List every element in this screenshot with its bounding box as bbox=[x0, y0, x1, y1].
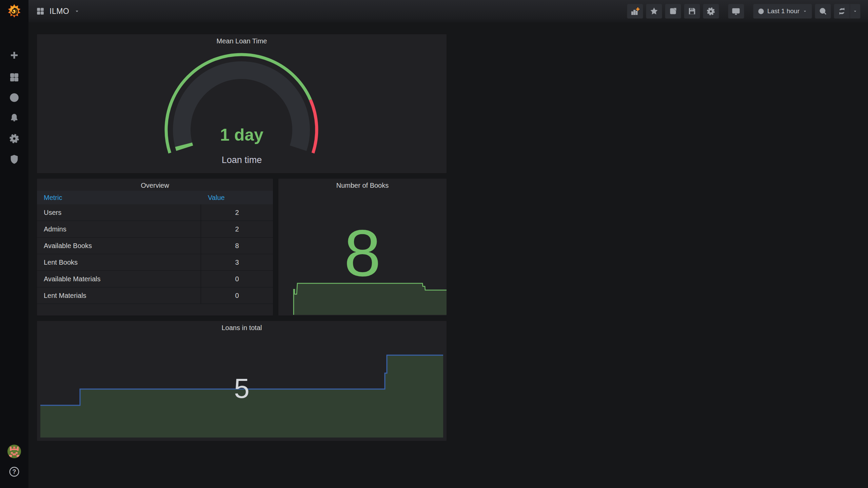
refresh-interval-dropdown[interactable] bbox=[850, 4, 860, 18]
sidebar-item-alerting[interactable] bbox=[0, 112, 28, 124]
sidebar-item-server-admin[interactable] bbox=[0, 153, 28, 165]
chevron-down-icon[interactable] bbox=[74, 8, 80, 14]
chevron-down-icon bbox=[852, 8, 858, 14]
monitor-icon bbox=[731, 7, 741, 16]
cell-metric: Lent Books bbox=[44, 254, 78, 270]
help-glyph: ? bbox=[13, 468, 16, 475]
column-header-value[interactable]: Value bbox=[208, 191, 225, 204]
user-avatar[interactable] bbox=[0, 444, 28, 459]
cell-metric: Lent Materials bbox=[44, 287, 86, 304]
help-button[interactable]: ? bbox=[0, 465, 28, 479]
refresh-button-group bbox=[834, 4, 861, 19]
table-row: Lent Books 3 bbox=[37, 254, 273, 271]
zoom-out-icon bbox=[818, 7, 828, 16]
sidebar-item-configuration[interactable] bbox=[0, 133, 28, 145]
cell-value: 8 bbox=[201, 238, 273, 254]
share-button[interactable] bbox=[665, 4, 681, 19]
table-header: Metric Value bbox=[37, 191, 273, 204]
gauge-chart bbox=[37, 34, 447, 174]
cell-value: 0 bbox=[201, 287, 273, 304]
add-panel-button[interactable] bbox=[627, 4, 643, 19]
refresh-icon bbox=[837, 7, 846, 16]
cell-metric: Available Materials bbox=[44, 271, 101, 287]
star-icon bbox=[650, 7, 658, 16]
table-row: Available Books 8 bbox=[37, 238, 273, 254]
column-header-metric[interactable]: Metric bbox=[44, 191, 62, 204]
add-panel-icon bbox=[630, 6, 640, 16]
compass-icon bbox=[9, 92, 20, 103]
gauge-label: Loan time bbox=[37, 155, 447, 165]
bell-icon bbox=[9, 113, 19, 123]
save-icon bbox=[688, 7, 696, 16]
navbar: ILMO bbox=[28, 0, 868, 22]
plus-icon bbox=[9, 50, 19, 60]
cell-value: 0 bbox=[201, 271, 273, 287]
cycle-view-mode-button[interactable] bbox=[728, 4, 744, 19]
time-range-picker[interactable]: Last 1 hour bbox=[753, 4, 812, 19]
apps-grid-icon bbox=[36, 7, 45, 16]
share-icon bbox=[669, 7, 677, 16]
books-sparkline-fill bbox=[294, 283, 447, 315]
panel-overview: Overview Metric Value Users 2 Admins 2 A… bbox=[37, 178, 273, 316]
panel-loans-in-total: Loans in total 5 bbox=[37, 321, 447, 441]
cell-value: 2 bbox=[201, 204, 273, 221]
navbar-right: Last 1 hour bbox=[627, 4, 868, 19]
table-body: Users 2 Admins 2 Available Books 8 Lent … bbox=[37, 204, 273, 304]
gear-icon bbox=[706, 7, 715, 16]
grafana-logo[interactable] bbox=[0, 3, 28, 20]
dashboards-grid-icon bbox=[9, 72, 19, 82]
navbar-left: ILMO bbox=[28, 7, 80, 16]
chevron-down-icon bbox=[802, 8, 808, 14]
table-row: Admins 2 bbox=[37, 221, 273, 238]
grafana-logo-icon bbox=[6, 3, 22, 20]
favorite-button[interactable] bbox=[646, 4, 662, 19]
sidebar-item-dashboards[interactable] bbox=[0, 71, 28, 83]
panel-mean-loan-time: Mean Loan Time 1 day Loan time bbox=[37, 34, 447, 174]
cell-metric: Users bbox=[44, 204, 61, 221]
panel-title[interactable]: Overview bbox=[37, 182, 273, 189]
table-row: Available Materials 0 bbox=[37, 271, 273, 287]
dashboard-title[interactable]: ILMO bbox=[50, 7, 69, 16]
settings-button[interactable] bbox=[703, 4, 719, 19]
clock-icon bbox=[757, 8, 765, 15]
avatar-icon bbox=[7, 444, 21, 459]
cell-value: 2 bbox=[201, 221, 273, 237]
table-row: Users 2 bbox=[37, 204, 273, 221]
cell-metric: Available Books bbox=[44, 238, 92, 254]
gauge-value-bar bbox=[184, 145, 185, 148]
cell-metric: Admins bbox=[44, 221, 66, 237]
sidebar: ? bbox=[0, 0, 28, 488]
shield-icon bbox=[9, 154, 19, 164]
panel-number-of-books: Number of Books 8 bbox=[278, 178, 447, 316]
gauge-value: 1 day bbox=[37, 125, 447, 145]
refresh-button[interactable] bbox=[834, 4, 850, 18]
sidebar-item-create[interactable] bbox=[0, 49, 28, 61]
sidebar-item-explore[interactable] bbox=[0, 92, 28, 104]
cell-value: 3 bbox=[201, 254, 273, 270]
time-range-label: Last 1 hour bbox=[767, 7, 800, 15]
gear-icon bbox=[9, 133, 20, 144]
stat-value: 5 bbox=[37, 374, 447, 402]
question-mark-icon: ? bbox=[8, 466, 20, 478]
table-row: Lent Materials 0 bbox=[37, 287, 273, 304]
books-sparkline bbox=[278, 178, 447, 316]
zoom-out-button[interactable] bbox=[815, 4, 831, 19]
save-button[interactable] bbox=[684, 4, 700, 19]
grafana-dashboard: ? ILMO bbox=[0, 0, 868, 488]
